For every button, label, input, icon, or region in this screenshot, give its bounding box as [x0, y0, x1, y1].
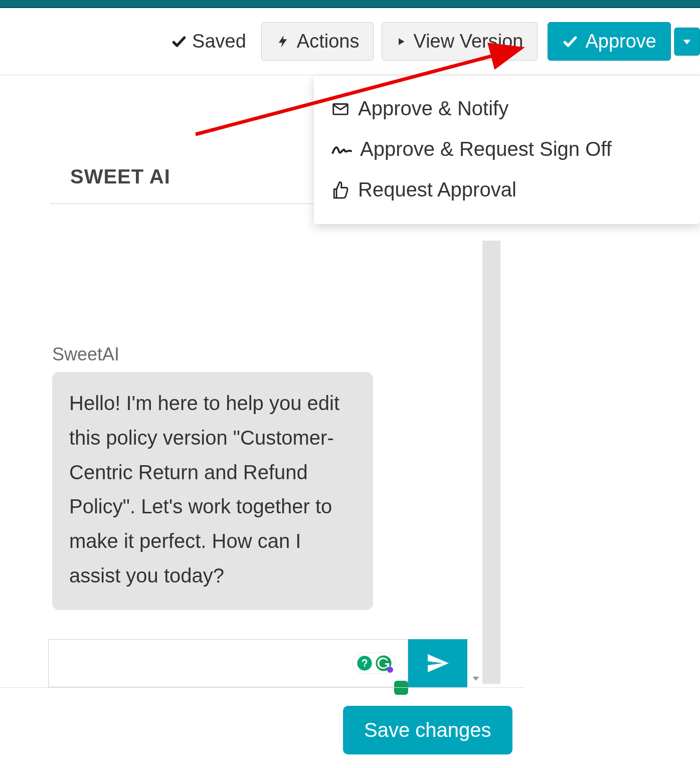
actions-button[interactable]: Actions — [261, 22, 374, 61]
save-changes-label: Save changes — [364, 719, 491, 741]
input-options-toggle[interactable] — [467, 639, 484, 687]
editor-extension-badges — [353, 653, 396, 674]
approve-dropdown-menu: Approve & Notify Approve & Request Sign … — [314, 76, 700, 224]
svg-marker-0 — [399, 38, 405, 45]
check-icon — [562, 34, 578, 50]
chat-sender-label: SweetAI — [52, 344, 488, 365]
suggestion-icon[interactable] — [356, 655, 373, 672]
saved-indicator: Saved — [171, 31, 246, 52]
check-icon — [171, 34, 187, 50]
dropdown-item-request-approval[interactable]: Request Approval — [314, 169, 700, 210]
chat-area: SweetAI Hello! I'm here to help you edit… — [52, 344, 488, 610]
footer-divider — [0, 687, 524, 688]
svg-marker-1 — [683, 40, 691, 44]
approve-label: Approve — [585, 31, 656, 52]
svg-marker-7 — [472, 677, 479, 681]
thumbs-up-icon — [331, 180, 350, 200]
save-changes-button[interactable]: Save changes — [343, 706, 512, 754]
actions-label: Actions — [297, 31, 360, 52]
dropdown-item-approve-signoff[interactable]: Approve & Request Sign Off — [314, 129, 700, 169]
signature-icon — [331, 140, 352, 159]
dropdown-item-approve-notify[interactable]: Approve & Notify — [314, 88, 700, 129]
send-icon — [426, 651, 450, 675]
view-version-label: View Version — [413, 31, 523, 52]
section-title: SWEET AI — [70, 165, 170, 188]
approve-button[interactable]: Approve — [548, 22, 671, 61]
extension-status-badge — [394, 681, 408, 695]
send-button[interactable] — [408, 639, 467, 687]
approve-dropdown-toggle[interactable] — [674, 28, 700, 56]
play-icon — [396, 35, 406, 49]
caret-down-icon — [681, 36, 692, 47]
bolt-icon — [276, 33, 290, 51]
saved-label: Saved — [192, 31, 246, 52]
dropdown-item-label: Request Approval — [358, 178, 516, 201]
dropdown-item-label: Approve & Notify — [358, 97, 508, 120]
view-version-button[interactable]: View Version — [382, 22, 538, 61]
svg-point-5 — [357, 656, 372, 670]
mail-icon — [331, 99, 350, 118]
toolbar: Saved Actions View Version Approve — [0, 8, 700, 75]
dropdown-item-label: Approve & Request Sign Off — [360, 138, 612, 160]
chat-input-row — [48, 639, 484, 687]
grammarly-icon[interactable] — [375, 655, 392, 672]
window-top-bar — [0, 0, 700, 8]
chat-input[interactable] — [48, 639, 408, 687]
chat-message-bubble: Hello! I'm here to help you edit this po… — [52, 372, 373, 610]
